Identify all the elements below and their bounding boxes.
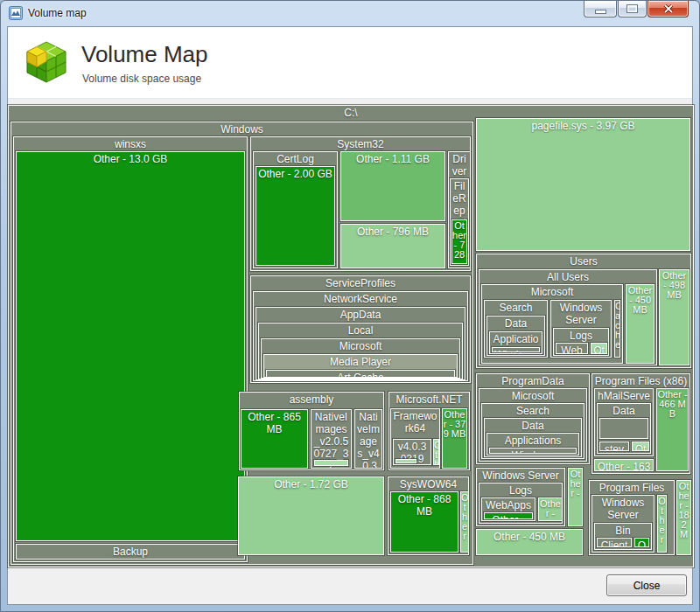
tm-data[interactable]: DataApplicationsWindows [484, 418, 582, 457]
tm-oth[interactable]: Oth [634, 538, 649, 547]
tm-hmailserver[interactable]: hMailServerDatasteveOt [594, 388, 654, 456]
tm-other[interactable]: Other [460, 491, 469, 553]
tm-data[interactable]: DataApplicationsWindows [486, 316, 545, 356]
tm-label: Windows [493, 348, 539, 352]
tm-node[interactable] [396, 459, 416, 463]
tm-microsoft[interactable]: MicrosoftSearchDataApplicationsWindowsWi… [481, 284, 623, 364]
tm-search[interactable]: SearchDataApplicationsWindows [481, 403, 584, 459]
tm-media-player[interactable]: Media PlayerArt Cache [263, 354, 458, 378]
tm-label: Other - [569, 469, 582, 499]
tm-label: Ot [633, 442, 648, 451]
tm-assembly[interactable]: assemblyOther - 865 MBNativeImages_v2.0.… [239, 392, 384, 470]
tm-label: Program Files (x86) [592, 374, 690, 388]
tm-other-1-11-gb[interactable]: Other - 1.11 GB [340, 151, 445, 221]
tm-applications[interactable]: ApplicationsWindows [486, 433, 579, 456]
tm-label: All Users [480, 270, 656, 284]
minimize-icon [595, 10, 606, 14]
tm-label: ProgramData [477, 374, 589, 388]
tm-client[interactable]: Client [597, 538, 632, 547]
tm-other[interactable]: Other [433, 439, 439, 465]
tm-local[interactable]: LocalMicrosoftMedia PlayerArt Cache [258, 323, 463, 379]
tm-v4-0-30319[interactable]: v4.0.30319 [393, 439, 431, 465]
tm-label: Other [461, 492, 468, 542]
tm-other-379-mb[interactable]: Other - 379 MB [442, 408, 467, 469]
tm-certlog[interactable]: CertLogOther - 2.00 GB [253, 151, 338, 268]
tm-ot[interactable]: Ot [632, 442, 649, 451]
tm-all-users[interactable]: All UsersMicrosoftSearchDataApplications… [479, 269, 657, 365]
tm-node[interactable] [599, 418, 648, 439]
tm-search[interactable]: SearchDataApplicationsWindows [484, 300, 548, 358]
tm-other-728[interactable]: Other - 728 [452, 219, 467, 264]
tm-other-865-mb[interactable]: Other - 865 MB [241, 409, 308, 469]
tm-label: Other - 182 M [677, 481, 690, 540]
tm-nativeimages-v2-0-50727-32[interactable]: NativeImages_v2.0.50727_32 [311, 409, 352, 469]
tm-users[interactable]: UsersAll UsersMicrosoftSearchDataApplica… [476, 254, 691, 368]
tm-networkservice[interactable]: NetworkServiceAppDataLocalMicrosoftMedia… [253, 291, 468, 381]
tm-other[interactable]: Other - [568, 468, 583, 526]
tm-windows[interactable]: Windows [492, 347, 540, 352]
tm-program-files[interactable]: Program FilesWindows ServerBinClientOthO… [589, 480, 675, 555]
tm-label: winsxs [14, 137, 247, 151]
tm-program-files-x86[interactable]: Program Files (x86)hMailServerDatasteveO… [592, 373, 690, 474]
tm-microsoft-net[interactable]: Microsoft.NETFramework64v4.0.30319OtherO… [388, 392, 470, 470]
tm-art-cache[interactable]: Art Cache [266, 370, 455, 378]
tm-syswow64[interactable]: SysWOW64Other - 868 MBOther [388, 476, 469, 555]
tm-other-498-mb[interactable]: Other - 498 MB [659, 269, 690, 365]
tm-label: WebApps [482, 498, 535, 512]
tm-label: Other - [485, 513, 532, 519]
tm-label: Other - 498 MB [660, 270, 689, 301]
tm-other-182-m[interactable]: Other - 182 M [676, 480, 691, 555]
tm-other-2-00-gb[interactable]: Other - 2.00 GB [256, 166, 335, 266]
tm-windows[interactable]: WindowswinsxsOther - 13.0 GBBackupSystem… [10, 122, 473, 565]
titlebar[interactable]: Volume map [1, 1, 699, 26]
tm-label: Search [485, 301, 547, 315]
close-button[interactable]: Close [606, 574, 687, 596]
tm-other-796-mb[interactable]: Other - 796 MB [340, 224, 445, 268]
tm-webapps[interactable]: WebAppsOther - [481, 497, 536, 521]
tm-filerepository[interactable]: FileRepositoryOther - 728 [450, 178, 469, 266]
tm-cache[interactable]: Cache [614, 300, 620, 358]
tm-windows-server[interactable]: Windows ServerLogsWebAppsOther -Other - [476, 468, 565, 526]
tm-other-163[interactable]: Other - 163 [594, 459, 654, 471]
tm-other-450-mb[interactable]: Other - 450 MB [476, 529, 583, 555]
tm-other-13-0-gb[interactable]: Other - 13.0 GB [16, 151, 245, 541]
tm-serviceprofiles[interactable]: ServiceProfilesNetworkServiceAppDataLoca… [250, 275, 471, 383]
tm-logs[interactable]: LogsWebAppsOther -Other - [479, 483, 563, 524]
tm-webapps[interactable]: WebApps [556, 343, 588, 354]
tm-steve[interactable]: steve [599, 442, 629, 451]
tm-backup[interactable]: Backup [16, 544, 245, 560]
tm-pagefile-sys-3-97-gb[interactable]: pagefile.sys - 3.97 GB [476, 118, 690, 251]
tm-windows-server[interactable]: Windows ServerBinClientOth [592, 495, 654, 553]
tm-other-1-72-gb[interactable]: Other - 1.72 GB [238, 476, 384, 555]
tm-node[interactable] [314, 460, 348, 466]
tm-other-466-mb[interactable]: Other - 466 MB [656, 388, 689, 471]
close-window-button[interactable] [648, 1, 689, 17]
tm-winsxs[interactable]: winsxsOther - 13.0 GBBackup [13, 136, 248, 562]
tm-applications[interactable]: ApplicationsWindows [489, 331, 542, 354]
tm-microsoft[interactable]: MicrosoftSearchDataApplicationsWindows [479, 388, 587, 462]
tm-other[interactable]: Other - [538, 497, 563, 521]
tm-data[interactable]: DatasteveOt [597, 403, 651, 454]
tm-label: pagefile.sys - 3.97 GB [477, 119, 690, 133]
maximize-icon [626, 4, 638, 13]
tm-label: Other - 13.0 GB [17, 152, 244, 166]
tm-logs[interactable]: LogsWebAppsOth [553, 328, 609, 356]
tm-c[interactable]: C:\WindowswinsxsOther - 13.0 GBBackupSys… [8, 105, 694, 567]
tm-other-868-mb[interactable]: Other - 868 MB [390, 491, 458, 553]
tm-nativeimages-v4-0-30319-64[interactable]: NativeImages_v4.0.30319_64 [354, 409, 382, 469]
tm-windows[interactable]: Windows [489, 448, 577, 454]
tm-oth[interactable]: Oth [591, 343, 607, 354]
tm-microsoft[interactable]: MicrosoftMedia PlayerArt Cache [261, 338, 460, 379]
tm-windows-server[interactable]: Windows ServerLogsWebAppsOth [550, 300, 612, 358]
tm-appdata[interactable]: AppDataLocalMicrosoftMedia PlayerArt Cac… [256, 307, 466, 380]
tm-other-450-mb[interactable]: Other - 450 MB [626, 284, 654, 364]
minimize-button[interactable] [584, 1, 617, 17]
tm-other[interactable]: Other - [484, 512, 533, 519]
maximize-button[interactable] [618, 1, 647, 17]
tm-driverstore[interactable]: DriverStoreFileRepositoryOther - 728 [448, 151, 471, 268]
tm-other[interactable]: Other [657, 495, 667, 553]
tm-programdata[interactable]: ProgramDataMicrosoftSearchDataApplicatio… [476, 373, 590, 464]
tm-bin[interactable]: BinClientOth [594, 523, 652, 550]
tm-framework64[interactable]: Framework64v4.0.30319Other [390, 408, 440, 469]
tm-system32[interactable]: System32CertLogOther - 2.00 GBOther - 1.… [250, 136, 471, 271]
